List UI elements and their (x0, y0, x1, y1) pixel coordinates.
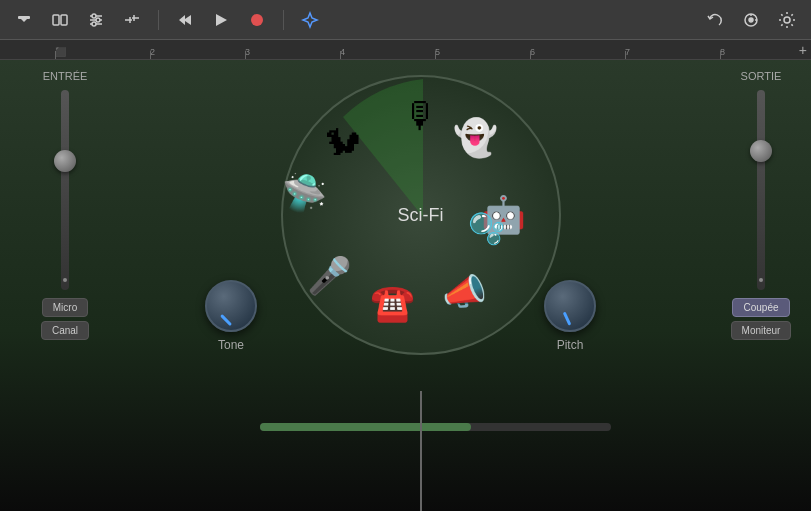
playhead-line (420, 391, 422, 511)
ruler-tick-1: ⬛ (55, 47, 66, 59)
timeline-scrollbar[interactable] (260, 423, 611, 431)
svg-point-8 (92, 22, 96, 26)
moniteur-button[interactable]: Moniteur (731, 321, 792, 340)
rewind-button[interactable] (171, 6, 199, 34)
microphone-icon[interactable]: 🎙 (403, 98, 439, 134)
svg-point-18 (749, 18, 753, 22)
svg-rect-2 (61, 15, 67, 25)
input-panel: ENTRÉE Micro Canal (0, 60, 130, 511)
pitch-label: Pitch (557, 338, 584, 352)
eq-button[interactable] (118, 6, 146, 34)
coupee-button[interactable]: Coupée (732, 298, 789, 317)
smart-button[interactable] (296, 6, 324, 34)
input-label: ENTRÉE (43, 70, 88, 82)
pitch-knob-indicator (563, 312, 572, 326)
canal-button[interactable]: Canal (41, 321, 89, 340)
alien-icon[interactable]: 🛸 (282, 175, 327, 211)
main-area: ENTRÉE Micro Canal (0, 60, 811, 511)
bubble-icon[interactable]: 🫧 (468, 214, 505, 244)
pitch-knob-area: Pitch (544, 280, 596, 352)
timeline-fill (260, 423, 471, 431)
svg-point-6 (92, 14, 96, 18)
input-slider[interactable] (61, 90, 69, 290)
svg-point-7 (96, 18, 100, 22)
svg-rect-1 (53, 15, 59, 25)
input-slider-thumb[interactable] (54, 150, 76, 172)
output-label: SORTIE (741, 70, 782, 82)
toolbar (0, 0, 811, 40)
svg-point-21 (784, 17, 790, 23)
squirrel-icon[interactable]: 🐿 (325, 125, 361, 161)
phone-icon[interactable]: ☎️ (370, 285, 415, 321)
input-slider-dot (63, 278, 67, 282)
tone-label: Tone (218, 338, 244, 352)
mixer-button[interactable] (82, 6, 110, 34)
tone-knob[interactable] (205, 280, 257, 332)
timeline-ruler[interactable]: ⬛ 2 3 4 5 6 7 8 + (0, 40, 811, 60)
ghost-icon[interactable]: 👻 (453, 120, 498, 156)
separator-1 (158, 10, 159, 30)
output-slider-dot (759, 278, 763, 282)
center-area: Sci-Fi 🎙 👻 🤖 📣 ☎️ 🎤 🛸 🐿 🫧 (130, 60, 711, 511)
tone-knob-indicator (220, 314, 232, 326)
wheel-background: Sci-Fi 🎙 👻 🤖 📣 ☎️ 🎤 🛸 🐿 🫧 (281, 75, 561, 355)
separator-2 (283, 10, 284, 30)
settings-button[interactable] (773, 6, 801, 34)
output-slider-thumb[interactable] (750, 140, 772, 162)
tone-knob-area: Tone (205, 280, 257, 352)
voice-wheel[interactable]: Sci-Fi 🎙 👻 🤖 📣 ☎️ 🎤 🛸 🐿 🫧 (281, 75, 561, 355)
output-panel: SORTIE Coupée Moniteur (711, 60, 811, 511)
dropdown-button[interactable] (10, 6, 38, 34)
mic2-icon[interactable]: 🎤 (307, 258, 352, 294)
output-slider[interactable] (757, 90, 765, 290)
megaphone-icon[interactable]: 📣 (442, 274, 487, 310)
svg-rect-0 (18, 16, 30, 19)
svg-marker-15 (216, 14, 227, 26)
svg-point-16 (251, 14, 263, 26)
micro-button[interactable]: Micro (42, 298, 88, 317)
arrange-button[interactable] (46, 6, 74, 34)
undo-button[interactable] (701, 6, 729, 34)
record-button[interactable] (243, 6, 271, 34)
pitch-knob[interactable] (544, 280, 596, 332)
play-button[interactable] (207, 6, 235, 34)
ruler-add-button[interactable]: + (799, 42, 807, 58)
metronome-button[interactable] (737, 6, 765, 34)
